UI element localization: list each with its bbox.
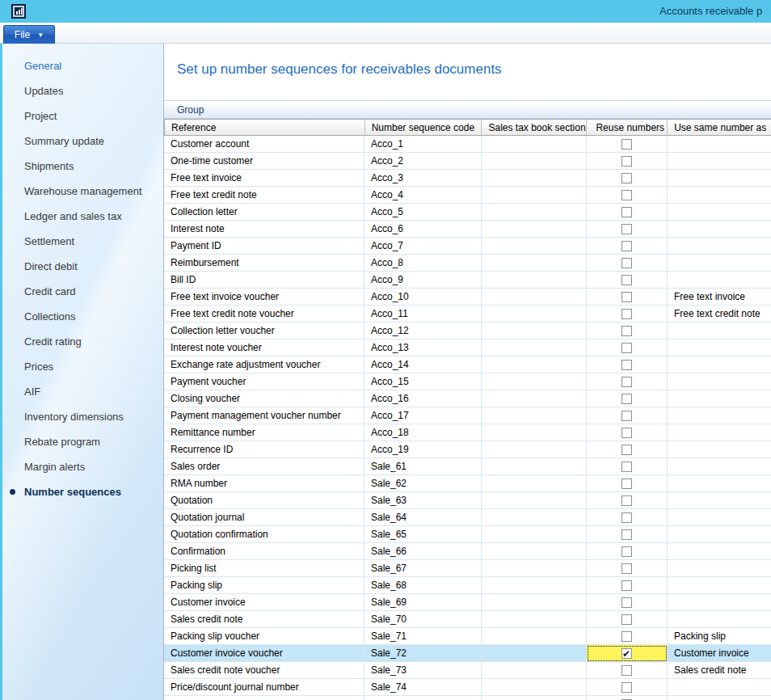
cell-number-sequence-code[interactable]: Acco_12 (364, 323, 482, 339)
cell-number-sequence-code[interactable]: Acco_3 (364, 170, 482, 187)
reuse-numbers-checkbox[interactable] (621, 428, 632, 438)
cell-number-sequence-code[interactable]: Sale_69 (364, 594, 482, 611)
cell-number-sequence-code[interactable]: Acco_7 (364, 238, 482, 255)
cell-sales-tax-book-section[interactable] (482, 272, 587, 289)
table-row[interactable]: Payment management voucher number Acco_1… (164, 407, 771, 424)
reuse-numbers-checkbox[interactable] (621, 207, 632, 217)
table-row[interactable]: Collection letter voucher Acco_12 (164, 323, 771, 339)
cell-number-sequence-code[interactable]: Acco_4 (364, 187, 482, 204)
cell-sales-tax-book-section[interactable] (482, 356, 587, 373)
cell-sales-tax-book-section[interactable] (482, 170, 587, 187)
cell-sales-tax-book-section[interactable] (482, 255, 587, 272)
cell-sales-tax-book-section[interactable] (482, 289, 587, 306)
table-row[interactable]: Interest note voucher Acco_13 (164, 339, 771, 356)
cell-number-sequence-code[interactable]: Acco_17 (364, 407, 482, 424)
cell-sales-tax-book-section[interactable] (482, 696, 587, 700)
sidebar-item-settlement[interactable]: Settlement (2, 229, 163, 254)
cell-number-sequence-code[interactable]: Sale_64 (364, 509, 482, 526)
column-header-number-sequence-code[interactable]: Number sequence code (365, 120, 482, 135)
cell-sales-tax-book-section[interactable] (482, 628, 587, 645)
sidebar-item-direct-debit[interactable]: Direct debit (2, 254, 163, 279)
table-row[interactable]: Bill of lading Sale_75 (164, 696, 771, 700)
reuse-numbers-checkbox[interactable] (621, 241, 632, 251)
table-row[interactable]: Customer invoice voucher Sale_72 Custome… (164, 645, 771, 662)
reuse-numbers-checkbox[interactable] (621, 597, 632, 608)
cell-number-sequence-code[interactable]: Sale_68 (364, 577, 482, 594)
file-menu-button[interactable]: File ▼ (3, 25, 55, 44)
table-row[interactable]: Price/discount journal number Sale_74 (164, 679, 771, 696)
cell-sales-tax-book-section[interactable] (482, 153, 587, 170)
cell-sales-tax-book-section[interactable] (482, 339, 587, 356)
column-header-use-same-number-as[interactable]: Use same number as (668, 120, 771, 135)
table-row[interactable]: Remittance number Acco_18 (164, 424, 771, 441)
cell-sales-tax-book-section[interactable] (482, 577, 587, 594)
reuse-numbers-checkbox[interactable] (621, 360, 632, 370)
sidebar-item-inventory-dimensions[interactable]: Inventory dimensions (2, 404, 163, 429)
cell-sales-tax-book-section[interactable] (482, 492, 587, 509)
cell-number-sequence-code[interactable]: Acco_10 (364, 289, 482, 306)
reuse-numbers-checkbox[interactable] (621, 156, 632, 167)
cell-sales-tax-book-section[interactable] (482, 187, 587, 204)
sidebar-item-warehouse-management[interactable]: Warehouse management (2, 179, 163, 204)
table-row[interactable]: Recurrence ID Acco_19 (164, 441, 771, 458)
reuse-numbers-checkbox[interactable] (621, 682, 632, 693)
reuse-numbers-checkbox[interactable] (621, 258, 632, 268)
column-header-sales-tax-book-section[interactable]: Sales tax book section (482, 120, 587, 135)
table-row[interactable]: Free text invoice Acco_3 (164, 170, 771, 187)
sidebar-item-credit-card[interactable]: Credit card (2, 279, 163, 304)
cell-number-sequence-code[interactable]: Sale_72 (364, 645, 482, 662)
table-row[interactable]: Quotation confirmation Sale_65 (164, 526, 771, 543)
reuse-numbers-checkbox[interactable] (621, 224, 632, 234)
reuse-numbers-checkbox[interactable] (621, 529, 632, 540)
cell-sales-tax-book-section[interactable] (482, 441, 587, 458)
group-button[interactable]: Group (164, 100, 771, 119)
cell-number-sequence-code[interactable]: Acco_19 (364, 441, 482, 458)
cell-number-sequence-code[interactable]: Acco_6 (364, 221, 482, 238)
cell-number-sequence-code[interactable]: Sale_63 (364, 492, 482, 509)
cell-sales-tax-book-section[interactable] (482, 662, 587, 679)
table-row[interactable]: Closing voucher Acco_16 (164, 390, 771, 407)
sidebar-item-summary-update[interactable]: Summary update (2, 129, 163, 154)
reuse-numbers-checkbox[interactable] (621, 190, 632, 200)
cell-number-sequence-code[interactable]: Sale_65 (364, 526, 482, 543)
cell-sales-tax-book-section[interactable] (482, 136, 587, 153)
table-row[interactable]: Sales credit note Sale_70 (164, 611, 771, 628)
cell-number-sequence-code[interactable]: Sale_62 (364, 475, 482, 492)
table-row[interactable]: Quotation Sale_63 (164, 492, 771, 509)
cell-sales-tax-book-section[interactable] (482, 645, 587, 662)
reuse-numbers-checkbox[interactable] (621, 512, 632, 523)
cell-sales-tax-book-section[interactable] (482, 323, 587, 339)
cell-number-sequence-code[interactable]: Acco_14 (364, 356, 482, 373)
cell-number-sequence-code[interactable]: Sale_75 (364, 696, 482, 700)
cell-sales-tax-book-section[interactable] (482, 526, 587, 543)
cell-sales-tax-book-section[interactable] (482, 424, 587, 441)
table-row[interactable]: Free text credit note voucher Acco_11 Fr… (164, 306, 771, 323)
reuse-numbers-checkbox[interactable] (621, 394, 632, 404)
reuse-numbers-checkbox[interactable] (621, 631, 632, 642)
cell-sales-tax-book-section[interactable] (482, 679, 587, 696)
table-row[interactable]: RMA number Sale_62 (164, 475, 771, 492)
sidebar-item-prices[interactable]: Prices (2, 354, 163, 379)
reuse-numbers-checkbox[interactable] (621, 377, 632, 387)
reuse-numbers-checkbox[interactable] (621, 479, 632, 489)
table-row[interactable]: Collection letter Acco_5 (164, 204, 771, 221)
cell-number-sequence-code[interactable]: Acco_2 (364, 153, 482, 170)
sidebar-item-project[interactable]: Project (2, 103, 163, 129)
cell-sales-tax-book-section[interactable] (482, 611, 587, 628)
reuse-numbers-checkbox[interactable] (621, 292, 632, 302)
sidebar-item-ledger-and-sales-tax[interactable]: Ledger and sales tax (2, 204, 163, 229)
reuse-numbers-checkbox[interactable] (621, 173, 632, 183)
table-row[interactable]: Packing slip voucher Sale_71 Packing sli… (164, 628, 771, 645)
table-row[interactable]: Sales credit note voucher Sale_73 Sales … (164, 662, 771, 679)
table-row[interactable]: Quotation journal Sale_64 (164, 509, 771, 526)
cell-number-sequence-code[interactable]: Acco_11 (364, 306, 482, 323)
reuse-numbers-checkbox[interactable] (621, 462, 632, 472)
cell-sales-tax-book-section[interactable] (482, 204, 587, 221)
cell-sales-tax-book-section[interactable] (482, 543, 587, 560)
cell-sales-tax-book-section[interactable] (482, 475, 587, 492)
cell-number-sequence-code[interactable]: Acco_16 (364, 390, 482, 407)
table-row[interactable]: Payment voucher Acco_15 (164, 373, 771, 390)
cell-sales-tax-book-section[interactable] (482, 560, 587, 577)
reuse-numbers-checkbox[interactable] (621, 665, 632, 676)
sidebar-item-general[interactable]: General (2, 53, 163, 78)
